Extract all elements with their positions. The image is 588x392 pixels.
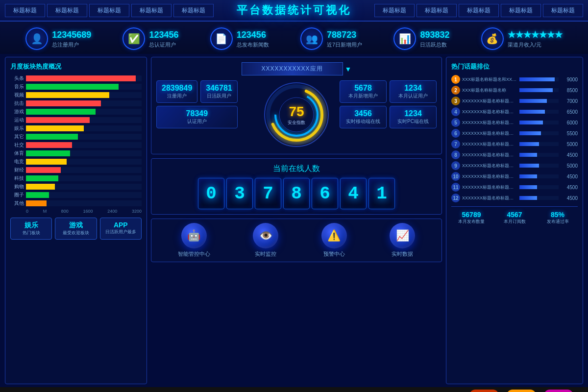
- nav-tab-left-4[interactable]: 标题标题: [173, 4, 214, 17]
- icon-label-3: 实时数据: [392, 250, 413, 258]
- bar-label: 运动: [10, 117, 24, 123]
- bar-row: 社交: [10, 142, 142, 148]
- bar-fill: [26, 167, 61, 173]
- bar-label: 财经: [10, 167, 24, 173]
- rank-num: 7: [451, 140, 460, 148]
- bar-fill: [26, 100, 101, 106]
- bar-fill: [26, 134, 78, 140]
- bar-label: 圈子: [10, 192, 24, 198]
- bar-fill: [26, 142, 72, 148]
- bar-track: [26, 75, 142, 81]
- bar-fill: [26, 75, 136, 81]
- footer: Ai ◆ Xd: [0, 387, 588, 392]
- nav-tab-right-3[interactable]: 标题标题: [501, 4, 541, 17]
- bar-track: [26, 84, 142, 90]
- bar-label: 游戏: [10, 108, 24, 115]
- nav-tab-right-0[interactable]: 标题标题: [374, 4, 415, 17]
- nav-tab-left-0[interactable]: 标题标题: [5, 4, 45, 17]
- nav-tab-right-1[interactable]: 标题标题: [416, 4, 457, 17]
- rank-bar-fill: [519, 153, 537, 157]
- bar-label: 其它: [10, 133, 24, 140]
- bar-track: [26, 167, 142, 173]
- rank-bar-fill: [519, 99, 547, 103]
- rank-num: 3: [451, 97, 460, 105]
- rank-num: 9: [451, 161, 460, 170]
- rank-bar-fill: [519, 196, 537, 200]
- ai-icon: Ai: [469, 390, 499, 392]
- icon-3d-1: 👁️: [253, 223, 278, 248]
- bar-row: 娱乐: [10, 125, 142, 132]
- rank-bar-track: [519, 153, 559, 157]
- stat-label-4: 日活跃总数: [420, 41, 449, 48]
- rank-bar-fill: [519, 164, 539, 168]
- bar-fill: [26, 200, 47, 206]
- rank-bar-fill: [519, 185, 537, 189]
- stat-value-4: 893832: [420, 29, 449, 41]
- stats-grid: 2839849 注册用户346781 日活跃用户78349 认证用户: [156, 80, 437, 149]
- rank-item: 2 XXX标题名称标题名称 8500: [451, 86, 578, 95]
- stat-icon-5: 💰: [481, 27, 504, 50]
- rank-text: XXX标题名称标题名称: [462, 87, 517, 94]
- bar-row: 电竞: [10, 158, 142, 165]
- ranking-list: 1 XXX标题名称标题名和XXX标题名称标题名称XXXXX-... 9000 2…: [451, 75, 578, 202]
- rank-bar-fill: [519, 131, 541, 135]
- dropdown-label[interactable]: XXXXXXXXXXX应用: [242, 62, 343, 75]
- bar-fill: [26, 84, 119, 90]
- rank-value: 8500: [561, 88, 578, 93]
- stat-item-5: 💰 ★★★★★★★ 渠道月收入/元: [481, 27, 563, 50]
- center-panel: XXXXXXXXXXX应用 ▼ 2839849 注册用户346781 日活跃用户…: [151, 57, 442, 384]
- rank-value: 4500: [561, 185, 578, 190]
- icons-row: 🤖 智能管控中心 👁️ 实时监控 ⚠️ 预警中心 📈 实时数据: [151, 219, 442, 262]
- digit-5: 4: [340, 178, 367, 209]
- bar-track: [26, 150, 142, 156]
- rank-bar-fill: [519, 174, 537, 178]
- icon-3d-0: 🤖: [181, 223, 207, 248]
- bottom-tag-1: 游戏 最受欢迎板块: [55, 218, 97, 240]
- digit-6: 1: [368, 178, 395, 209]
- rank-num: 2: [451, 86, 460, 95]
- nav-tab-left-3[interactable]: 标题标题: [131, 4, 172, 17]
- rank-bar-track: [519, 142, 559, 146]
- stat-box-left-1: 346781 日活跃用户: [200, 80, 237, 103]
- bar-fill: [26, 117, 90, 123]
- stats-left: 2839849 注册用户346781 日活跃用户78349 认证用户: [156, 80, 253, 128]
- bar-axis-label: 0: [26, 209, 28, 214]
- nav-tab-right-4[interactable]: 标题标题: [543, 4, 583, 17]
- bar-label: 抗击: [10, 100, 24, 107]
- stat-value-0: 12345689: [52, 29, 91, 41]
- stat-icon-1: ✅: [122, 27, 145, 50]
- bar-axis: 0M800160024003200: [26, 209, 142, 214]
- tag-sub-2: 日活跃用户最多: [105, 229, 136, 235]
- bar-label: 娱乐: [10, 125, 24, 132]
- nav-title: 平台数据统计可视化: [215, 3, 373, 18]
- rank-item: 12 XXXXXXX标题名称标题名称 4500: [451, 194, 578, 202]
- online-title: 当前在线人数: [156, 164, 437, 174]
- gauge-container: 75 安全指数: [257, 80, 336, 149]
- bar-row: 科技: [10, 175, 142, 182]
- stat-value-5: ★★★★★★★: [508, 29, 563, 41]
- stat-text-2: 123456 总发布新闻数: [237, 29, 269, 48]
- rank-item: 7 XXXXXXX标题名称标题名称 5000: [451, 140, 578, 148]
- stat-icon-2: 📄: [210, 27, 233, 50]
- center-stats: XXXXXXXXXXX应用 ▼ 2839849 注册用户346781 日活跃用户…: [151, 57, 442, 154]
- nav-tab-right-2[interactable]: 标题标题: [459, 4, 499, 17]
- icon-label-1: 实时监控: [255, 250, 276, 258]
- rank-bar-fill: [519, 88, 553, 92]
- bar-row: 体育: [10, 150, 142, 157]
- rank-bar-fill: [519, 77, 555, 81]
- bar-chart: 头条 音乐 视频 抗击 游戏 运动 娱乐 其它: [10, 75, 142, 207]
- nav-tab-left-2[interactable]: 标题标题: [89, 4, 129, 17]
- rank-bar-track: [519, 174, 559, 178]
- dropdown-arrow-icon[interactable]: ▼: [345, 65, 352, 73]
- icon-item-3: 📈 实时数据: [390, 223, 415, 258]
- nav-tab-left-1[interactable]: 标题标题: [47, 4, 87, 17]
- rank-value: 4500: [561, 196, 578, 201]
- rank-num: 11: [451, 183, 460, 192]
- bar-label: 音乐: [10, 83, 24, 90]
- stat-value-1: 123456: [149, 29, 178, 41]
- rank-text: XXXXXXX标题名称标题名称: [462, 98, 517, 104]
- rank-value: 9000: [561, 77, 578, 82]
- rank-num: 6: [451, 129, 460, 138]
- rank-bar-track: [519, 110, 559, 114]
- rank-bar-track: [519, 185, 559, 189]
